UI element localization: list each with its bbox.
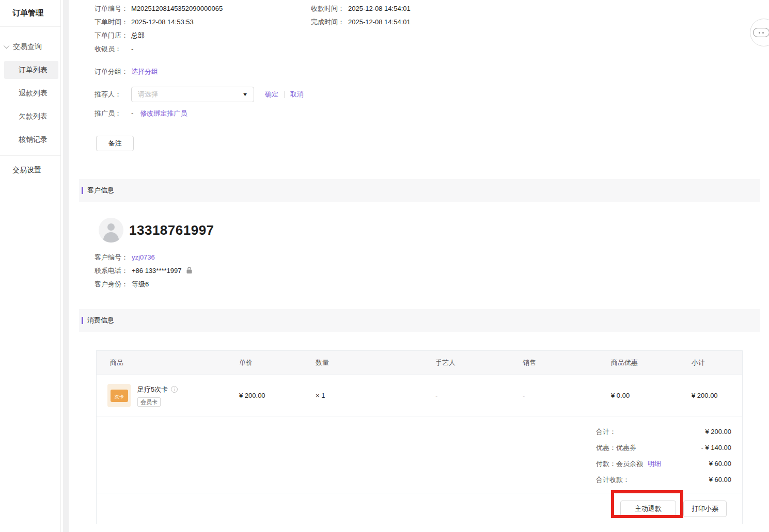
column-header-product: 商品 bbox=[97, 358, 239, 367]
discount-cell: ¥ 0.00 bbox=[611, 392, 692, 399]
sidebar-item-label: 退款列表 bbox=[19, 89, 48, 98]
sidebar-item-order-list[interactable]: 订单列表 bbox=[4, 61, 58, 79]
payment-time-row: 收款时间： 2025-12-08 14:54:01 bbox=[311, 5, 411, 13]
avatar bbox=[99, 218, 123, 243]
order-summary: 合计： ¥ 200.00 优惠：优惠券 - ¥ 140.00 付款：会员余额 明… bbox=[97, 416, 742, 493]
confirm-link[interactable]: 确定 bbox=[265, 90, 278, 99]
field-label: 下单门店： bbox=[95, 31, 131, 40]
sidebar-item-verification-records[interactable]: 核销记录 bbox=[4, 131, 58, 149]
field-label: 联系电话： bbox=[95, 267, 132, 275]
note-button[interactable]: 备注 bbox=[96, 136, 134, 151]
dropdown-arrow-icon: ▼ bbox=[242, 92, 248, 97]
section-accent-bar bbox=[82, 187, 83, 194]
summary-discount-row: 优惠：优惠券 - ¥ 140.00 bbox=[97, 440, 731, 456]
refund-button[interactable]: 主动退款 bbox=[620, 501, 676, 517]
order-store-value: 总部 bbox=[131, 31, 145, 40]
field-label: 客户身份： bbox=[95, 280, 132, 288]
order-time-value: 2025-12-08 14:53:53 bbox=[131, 18, 194, 26]
lock-icon[interactable] bbox=[186, 267, 193, 275]
field-label: 收银员： bbox=[95, 45, 131, 53]
select-group-link[interactable]: 选择分组 bbox=[131, 68, 158, 76]
sidebar-item-refund-list[interactable]: 退款列表 bbox=[4, 84, 58, 102]
column-header-unit-price: 单价 bbox=[239, 358, 316, 367]
info-icon[interactable]: i bbox=[171, 386, 178, 393]
field-label: 订单编号： bbox=[95, 5, 131, 13]
table-action-row: 主动退款 打印小票 bbox=[97, 493, 742, 524]
subtotal-cell: ¥ 200.00 bbox=[692, 392, 742, 399]
consumption-section-header: 消费信息 bbox=[79, 309, 760, 332]
table-row: 次卡 足疗5次卡 i 会员卡 ¥ 200.00 × 1 - - ¥ 0.00 ¥… bbox=[97, 375, 742, 416]
product-tag: 会员卡 bbox=[137, 397, 161, 407]
person-icon bbox=[107, 223, 115, 231]
summary-received-value: ¥ 60.00 bbox=[709, 476, 731, 483]
unit-price-cell: ¥ 200.00 bbox=[239, 392, 316, 399]
complete-time-value: 2025-12-08 14:54:01 bbox=[348, 18, 411, 26]
field-label: 推广员： bbox=[95, 109, 131, 118]
customer-section-title: 客户信息 bbox=[87, 186, 114, 195]
chevron-down-icon bbox=[4, 43, 9, 49]
order-store-row: 下单门店： 总部 bbox=[95, 31, 311, 40]
order-detail-page: 订单管理 交易查询 订单列表 退款列表 欠款列表 核销记录 交易设置 bbox=[0, 0, 769, 532]
referrer-select[interactable]: 请选择 ▼ bbox=[131, 87, 254, 102]
field-label: 收款时间： bbox=[311, 5, 348, 13]
sidebar-title: 订单管理 bbox=[0, 0, 60, 27]
product-name: 足疗5次卡 bbox=[137, 385, 168, 394]
field-label: 订单分组： bbox=[95, 68, 131, 76]
summary-label: 优惠：优惠券 bbox=[596, 443, 636, 453]
card-icon: 次卡 bbox=[111, 390, 128, 402]
customer-section-header: 客户信息 bbox=[79, 179, 760, 202]
promoter-value: - bbox=[131, 109, 133, 118]
summary-total-row: 合计： ¥ 200.00 bbox=[97, 424, 731, 440]
summary-total-value: ¥ 200.00 bbox=[705, 428, 731, 436]
sidebar-group-transaction-query[interactable]: 交易查询 bbox=[4, 42, 60, 52]
payment-detail-link[interactable]: 明细 bbox=[648, 459, 661, 469]
order-time-row: 下单时间： 2025-12-08 14:53:53 bbox=[95, 18, 311, 26]
order-info-right-column: 收款时间： 2025-12-08 14:54:01 完成时间： 2025-12-… bbox=[311, 5, 411, 58]
column-header-artisan: 手艺人 bbox=[435, 358, 523, 367]
order-number-row: 订单编号： M20251208145352090000065 bbox=[95, 5, 311, 13]
customer-number-row: 客户编号： yzj0736 bbox=[95, 253, 769, 262]
summary-label: 合计收款： bbox=[596, 475, 630, 485]
sidebar: 订单管理 交易查询 订单列表 退款列表 欠款列表 核销记录 交易设置 bbox=[0, 0, 61, 532]
sidebar-item-debt-list[interactable]: 欠款列表 bbox=[4, 107, 58, 125]
summary-payment-row: 付款：会员余额 明细 ¥ 60.00 bbox=[97, 456, 731, 472]
customer-level-row: 客户身份： 等级6 bbox=[95, 280, 769, 288]
scrollbar-track[interactable] bbox=[63, 0, 69, 532]
sidebar-item-label: 欠款列表 bbox=[19, 112, 48, 121]
modify-promoter-link[interactable]: 修改绑定推广员 bbox=[140, 109, 187, 118]
print-receipt-button[interactable]: 打印小票 bbox=[683, 501, 727, 517]
customer-phone-value: +86 133****1997 bbox=[132, 267, 182, 275]
sidebar-divider bbox=[0, 155, 60, 156]
complete-time-row: 完成时间： 2025-12-08 14:54:01 bbox=[311, 18, 411, 26]
summary-discount-value: - ¥ 140.00 bbox=[701, 444, 731, 452]
sidebar-item-transaction-settings[interactable]: 交易设置 bbox=[12, 166, 60, 175]
section-accent-bar bbox=[82, 317, 83, 324]
sidebar-group-label: 交易查询 bbox=[13, 42, 42, 52]
product-info: 足疗5次卡 i 会员卡 bbox=[137, 385, 178, 407]
sidebar-menu: 订单列表 退款列表 欠款列表 核销记录 bbox=[0, 61, 60, 149]
summary-label: 付款：会员余额 bbox=[596, 459, 643, 469]
field-label: 推荐人： bbox=[95, 90, 131, 99]
customer-level-value: 等级6 bbox=[132, 280, 149, 288]
field-label: 下单时间： bbox=[95, 18, 131, 26]
summary-received-row: 合计收款： ¥ 60.00 bbox=[97, 472, 731, 488]
artisan-cell: - bbox=[435, 392, 523, 399]
order-number-value: M20251208145352090000065 bbox=[131, 5, 223, 13]
quantity-cell: × 1 bbox=[316, 392, 435, 399]
summary-payment-value: ¥ 60.00 bbox=[709, 460, 731, 467]
table-header-row: 商品 单价 数量 手艺人 销售 商品优惠 小计 bbox=[97, 351, 742, 375]
customer-number-link[interactable]: yzj0736 bbox=[132, 253, 155, 262]
column-header-discount: 商品优惠 bbox=[611, 358, 692, 367]
customer-phone-row: 联系电话： +86 133****1997 bbox=[95, 267, 769, 275]
main-content: 订单编号： M20251208145352090000065 下单时间： 202… bbox=[69, 0, 769, 524]
order-group-row: 订单分组： 选择分组 bbox=[95, 68, 769, 76]
vertical-separator bbox=[284, 91, 285, 98]
sidebar-item-label: 核销记录 bbox=[19, 135, 48, 144]
column-header-sales: 销售 bbox=[523, 358, 611, 367]
referrer-placeholder: 请选择 bbox=[138, 90, 158, 99]
customer-fields: 客户编号： yzj0736 联系电话： +86 133****1997 客户身份… bbox=[95, 253, 769, 288]
cancel-link[interactable]: 取消 bbox=[290, 90, 304, 99]
field-label: 完成时间： bbox=[311, 18, 348, 26]
product-cell: 次卡 足疗5次卡 i 会员卡 bbox=[97, 384, 239, 407]
summary-label: 合计： bbox=[596, 427, 616, 437]
